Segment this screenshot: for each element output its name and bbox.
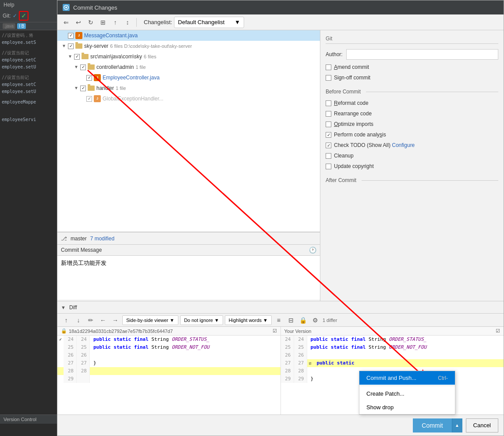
- left-sidebar: Help Git: ✓ ✓ .java I B //设置密码，将 employe…: [0, 0, 57, 436]
- diff-lock-btn[interactable]: 🔒: [298, 315, 309, 325]
- git-label: Git:: [3, 13, 11, 19]
- diff-gear-btn[interactable]: ⚙: [310, 315, 321, 325]
- file-tree[interactable]: J MessageConstant.java ▼ sky-server 6 fi…: [57, 30, 320, 232]
- b-tab[interactable]: I B: [17, 23, 26, 29]
- diff-left-lines: ✓ 24 24 public static final String ORDER…: [57, 336, 280, 383]
- move-left-btn[interactable]: ⇐: [61, 17, 71, 28]
- tree-item-src-main[interactable]: ▼ src\main\java\com\sky 6 files: [57, 51, 320, 62]
- label-handler-extra: 1 file: [116, 84, 126, 93]
- highlight-select[interactable]: Highlight words ▼: [225, 315, 272, 325]
- folder-icon-controller-admin: [88, 64, 95, 70]
- arrow-handler: ▼: [74, 84, 80, 93]
- java-icon-message-constant: J: [75, 32, 82, 39]
- checkbox-controller-admin[interactable]: [80, 64, 86, 70]
- git-section-title: Git: [326, 36, 498, 44]
- signoff-label: Sign-off commit: [334, 75, 370, 81]
- help-menu[interactable]: Help: [4, 1, 14, 9]
- ignore-select[interactable]: Do not ignore ▼: [180, 315, 223, 325]
- amend-commit-checkbox[interactable]: [326, 64, 331, 70]
- redo-btn[interactable]: ↻: [85, 17, 96, 28]
- cancel-button[interactable]: Cancel: [466, 418, 498, 432]
- modified-badge: 7 modified: [90, 236, 114, 242]
- diff-up-btn[interactable]: ↑: [61, 315, 71, 325]
- tree-item-handler[interactable]: ▼ handler 1 file: [57, 83, 320, 93]
- after-commit-title: After Commit: [326, 177, 356, 183]
- code-analysis-checkbox[interactable]: [326, 132, 331, 138]
- tree-item-controller-admin[interactable]: ▼ controller\admin 1 file: [57, 62, 320, 72]
- copyright-checkbox[interactable]: [326, 164, 331, 169]
- move-down-btn[interactable]: ↕: [122, 17, 133, 28]
- checkbox-src-main[interactable]: [74, 54, 80, 60]
- grid-btn[interactable]: ⊞: [98, 17, 108, 28]
- diff-right-checkbox[interactable]: ☑: [496, 328, 500, 334]
- git-checkmark[interactable]: ✓: [19, 11, 28, 21]
- author-input[interactable]: [346, 49, 498, 60]
- toolbar-separator: [136, 18, 137, 27]
- checkbox-sky-server[interactable]: [68, 43, 74, 49]
- label-controller-admin: controller\admin: [96, 63, 134, 71]
- viewer-arrow: ▼: [170, 318, 174, 323]
- code-line-1: //设置密码，将: [2, 32, 55, 39]
- signoff-checkbox[interactable]: [326, 75, 331, 81]
- todo-checkbox[interactable]: [326, 143, 331, 148]
- optimize-checkbox[interactable]: [326, 122, 331, 127]
- show-drop-label: Show drop: [366, 404, 394, 411]
- code-line-8: employee.setU: [2, 88, 55, 95]
- tree-item-message-constant[interactable]: J MessageConstant.java: [57, 30, 320, 41]
- checkbox-employee-controller[interactable]: [86, 75, 92, 81]
- author-label: Author:: [326, 51, 343, 57]
- commit-button-group[interactable]: Commit ▲: [413, 418, 462, 432]
- clock-icon[interactable]: 🕐: [309, 247, 316, 254]
- status-bar: ⎇ master 7 modified: [57, 232, 320, 244]
- diff-left-checkbox[interactable]: ☑: [273, 328, 277, 334]
- rearrange-checkbox[interactable]: [326, 111, 331, 117]
- show-drop-item[interactable]: Show drop: [359, 400, 455, 414]
- version-control-label[interactable]: Version Control: [0, 415, 57, 424]
- cleanup-row: Cleanup: [326, 153, 498, 159]
- branch-icon: ⎇: [61, 236, 67, 242]
- after-commit-header: After Commit: [326, 177, 498, 183]
- commit-push-shortcut: Ctrl-: [438, 375, 448, 381]
- viewer-select[interactable]: Side-by-side viewer ▼: [122, 315, 178, 325]
- tree-item-global-exception[interactable]: J GlobalExceptionHandler...: [57, 93, 320, 104]
- commit-message-input[interactable]: 新增员工功能开发: [57, 256, 320, 300]
- java-tab[interactable]: .java: [3, 23, 15, 29]
- label-message-constant: MessageConstant.java: [84, 31, 138, 40]
- diff-next-btn[interactable]: →: [110, 315, 121, 325]
- file-tree-panel: J MessageConstant.java ▼ sky-server 6 fi…: [57, 30, 320, 301]
- create-patch-label: Create Patch...: [366, 390, 405, 397]
- create-patch-item[interactable]: Create Patch...: [359, 387, 455, 400]
- checkbox-message-constant[interactable]: [68, 33, 74, 39]
- changelist-select[interactable]: Default Changelist ▼: [174, 17, 244, 28]
- diff-down-btn[interactable]: ↓: [73, 315, 84, 325]
- commit-dialog: Commit Changes ⇐ ↩ ↻ ⊞ ↑ ↕ Changelist: D…: [57, 0, 504, 436]
- optimize-label: Optimize imports: [334, 121, 373, 127]
- label-src-main-extra: 6 files: [144, 52, 156, 61]
- diff-columns-btn[interactable]: ⊟: [286, 315, 296, 325]
- tree-item-sky-server[interactable]: ▼ sky-server 6 files D:\code\sky-take-ou…: [57, 41, 320, 51]
- optimize-row: Optimize imports: [326, 121, 498, 127]
- code-line-3: //设置当前记: [2, 50, 55, 57]
- cleanup-checkbox[interactable]: [326, 153, 331, 159]
- code-line-4: employee.setC: [2, 57, 55, 64]
- checkbox-global-exception[interactable]: [86, 96, 92, 102]
- undo-btn[interactable]: ↩: [73, 17, 84, 28]
- diff-line-right-1: 24 24 public static final String ORDER_S…: [281, 336, 504, 343]
- diff-settings-1[interactable]: ≡: [273, 315, 284, 325]
- commit-push-item[interactable]: Commit and Push... Ctrl-: [359, 371, 455, 385]
- diff-edit-btn[interactable]: ✏: [85, 315, 96, 325]
- tree-item-employee-controller[interactable]: J EmployeeController.java: [57, 72, 320, 83]
- dialog-icon: [63, 4, 70, 11]
- configure-link[interactable]: Configure: [392, 142, 415, 148]
- checkbox-handler[interactable]: [80, 86, 86, 91]
- diff-line-right-4: 27 27 ☑ public static: [281, 359, 504, 367]
- amend-commit-row: Amend commit: [326, 64, 498, 70]
- commit-main-button[interactable]: Commit: [413, 418, 451, 432]
- commit-arrow-button[interactable]: ▲: [452, 418, 462, 432]
- reformat-checkbox[interactable]: [326, 100, 331, 106]
- sidebar-code: //设置密码，将 employee.setS //设置当前记 employee.…: [0, 30, 57, 125]
- diff-prev-btn[interactable]: ←: [98, 315, 108, 325]
- move-up-btn[interactable]: ↑: [110, 17, 121, 28]
- changelist-value: Default Changelist: [178, 19, 224, 25]
- folder-icon-handler: [88, 86, 95, 91]
